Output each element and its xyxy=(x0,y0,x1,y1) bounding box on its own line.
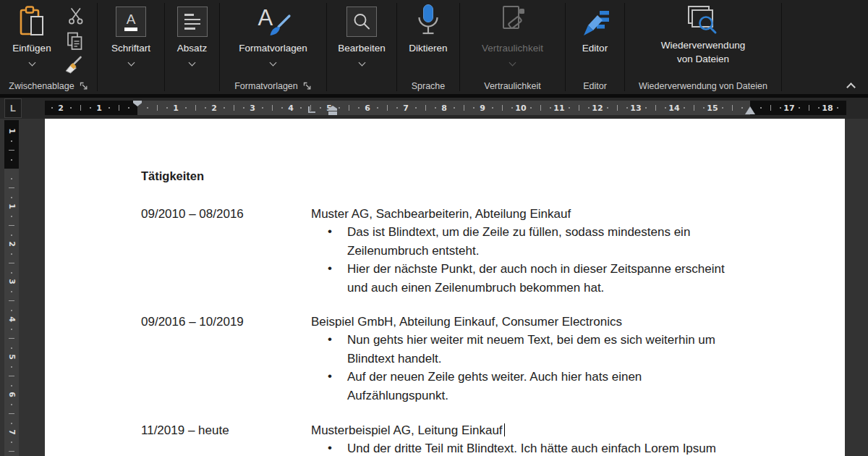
bullet-line[interactable]: Zeilenumbruch entsteht. xyxy=(347,243,479,258)
ribbon-group-font: A Schriftart xyxy=(98,0,164,94)
ruler-tick xyxy=(320,107,321,109)
ruler-tick xyxy=(281,107,283,109)
document-page[interactable]: Tätigkeiten09/2010 – 08/2016Muster AG, S… xyxy=(45,119,845,456)
dictate-button[interactable]: Diktieren xyxy=(397,1,459,77)
ruler-tick xyxy=(732,105,733,111)
bullet-line[interactable]: Auf der neuen Zeile gehts weiter. Auch h… xyxy=(347,369,642,384)
styles-button-label: Formatvorlagen xyxy=(220,42,326,55)
sensitivity-button[interactable]: Vertraulichkeit xyxy=(460,1,565,77)
tab-selector[interactable]: L xyxy=(4,98,22,118)
ruler-number: 3 xyxy=(7,279,17,284)
collapse-ribbon-button[interactable] xyxy=(848,82,855,89)
bullet-glyph[interactable]: • xyxy=(328,440,332,455)
ruler-number: 17 xyxy=(783,104,794,113)
entry-title[interactable]: Muster AG, Sachbearbeiterin, Abteilung E… xyxy=(311,206,571,221)
ruler-tick xyxy=(9,225,14,226)
ruler-number: 1 xyxy=(173,104,179,113)
ruler-tick xyxy=(11,216,12,217)
bullet-glyph[interactable]: • xyxy=(328,224,332,239)
editor-button[interactable]: Editor xyxy=(566,1,624,77)
ribbon-group-editor: Editor Editor xyxy=(566,0,624,94)
reuse-files-group-label: Wiederverwendung von Dateien xyxy=(625,81,781,91)
document-heading[interactable]: Tätigkeiten xyxy=(141,169,204,184)
ruler-tick xyxy=(435,107,436,109)
ruler-tick xyxy=(185,107,187,109)
ruler-tick xyxy=(694,105,694,111)
styles-button[interactable]: A Formatvorlagen xyxy=(220,1,326,77)
reuse-files-button-label: Wiederverwendung von Dateien xyxy=(625,38,781,66)
ruler-tick xyxy=(11,310,12,311)
ruler-number: 11 xyxy=(553,104,564,113)
speech-group-label: Sprache xyxy=(397,81,459,91)
editor-pen-icon xyxy=(566,1,624,40)
word-window: Einfügen xyxy=(0,0,868,456)
ruler-row: L 211234567891011121314151718 xyxy=(0,98,868,119)
ruler-number: 2 xyxy=(7,241,17,247)
vertical-ruler[interactable]: 11234567 xyxy=(4,120,19,456)
ribbon-group-paragraph: Absatz xyxy=(165,0,219,94)
ruler-tick xyxy=(11,272,12,274)
horizontal-ruler[interactable]: 211234567891011121314151718 xyxy=(45,101,846,115)
sensitivity-group-label: Vertraulichkeit xyxy=(460,81,565,91)
ruler-number: 3 xyxy=(250,104,255,113)
ruler-tick xyxy=(377,107,378,109)
ruler-tick xyxy=(799,107,800,109)
ruler-tick xyxy=(454,107,455,109)
chevron-down-icon xyxy=(127,59,135,67)
format-painter-icon xyxy=(64,55,83,75)
bullet-line[interactable]: Das ist Blindtext, um die Zeile zu fülle… xyxy=(347,224,690,240)
chevron-down-icon xyxy=(28,59,35,67)
styles-icon: A xyxy=(220,1,326,40)
ruler-tick xyxy=(492,107,493,109)
format-painter-button[interactable] xyxy=(62,53,84,76)
copy-button[interactable] xyxy=(64,29,85,52)
left-indent-marker[interactable] xyxy=(328,111,337,116)
ruler-number: 2 xyxy=(211,104,217,113)
ruler-tick xyxy=(665,107,666,109)
bullet-line[interactable]: Und der dritte Teil mit Blindtext. Ich h… xyxy=(347,441,716,456)
font-button[interactable]: A Schriftart xyxy=(98,1,164,77)
cut-button[interactable] xyxy=(65,4,87,28)
ruler-number: 7 xyxy=(7,429,17,435)
ruler-number: 10 xyxy=(515,104,526,113)
ruler-tick xyxy=(511,107,513,109)
chevron-down-icon xyxy=(358,59,365,67)
bullet-line[interactable]: Nun gehts hier weiter mit neuem Text, be… xyxy=(347,332,715,347)
dialog-launcher-icon[interactable] xyxy=(303,82,312,90)
ruler-tick xyxy=(11,366,12,368)
ruler-tick xyxy=(579,105,579,111)
entry-date[interactable]: 09/2010 – 08/2016 xyxy=(141,206,244,221)
ruler-number: 1 xyxy=(7,128,17,134)
ruler-tick xyxy=(387,105,388,111)
editing-button[interactable]: Bearbeiten xyxy=(327,1,396,77)
bullet-glyph[interactable]: • xyxy=(328,332,332,347)
ruler-number: 12 xyxy=(592,104,603,113)
reuse-files-button[interactable]: Wiederverwendung von Dateien xyxy=(625,1,781,77)
ruler-tick xyxy=(415,107,417,109)
ruler-tick xyxy=(550,107,551,109)
bullet-line[interactable]: Blindtext handelt. xyxy=(347,351,441,366)
ruler-tick xyxy=(588,107,590,109)
entry-date[interactable]: 09/2016 – 10/2019 xyxy=(141,314,244,329)
bullet-line[interactable]: Hier der nächste Punkt, der auch noch in… xyxy=(347,261,725,276)
bullet-glyph[interactable]: • xyxy=(328,368,332,384)
paragraph-button[interactable]: Absatz xyxy=(165,1,219,77)
document-area: 11234567 Tätigkeiten09/2010 – 08/2016Mus… xyxy=(0,119,868,456)
ruler-tick xyxy=(11,423,12,424)
bullet-line[interactable]: und auch einen Zeilenumbruch bekommen ha… xyxy=(347,280,604,295)
entry-title[interactable]: Beispiel GmbH, Abteilung Einkauf, Consum… xyxy=(311,314,622,329)
dialog-launcher-icon[interactable] xyxy=(80,82,88,90)
entry-title[interactable]: Musterbeispiel AG, Leitung Einkauf xyxy=(311,423,505,438)
ruler-number: 2 xyxy=(58,104,64,113)
ribbon: Einfügen xyxy=(0,0,868,94)
chevron-up-icon xyxy=(846,83,856,92)
paste-button[interactable]: Einfügen xyxy=(1,1,62,77)
bullet-glyph[interactable]: • xyxy=(328,261,332,276)
bullet-line[interactable]: Aufzählungspunkt. xyxy=(347,388,448,403)
text-cursor xyxy=(504,423,506,436)
entry-date[interactable]: 11/2019 – heute xyxy=(141,423,229,438)
ruler-tick xyxy=(760,107,762,109)
tab-stop-marker[interactable] xyxy=(308,106,315,113)
ruler-tick xyxy=(205,107,206,109)
ruler-tick xyxy=(9,187,14,188)
